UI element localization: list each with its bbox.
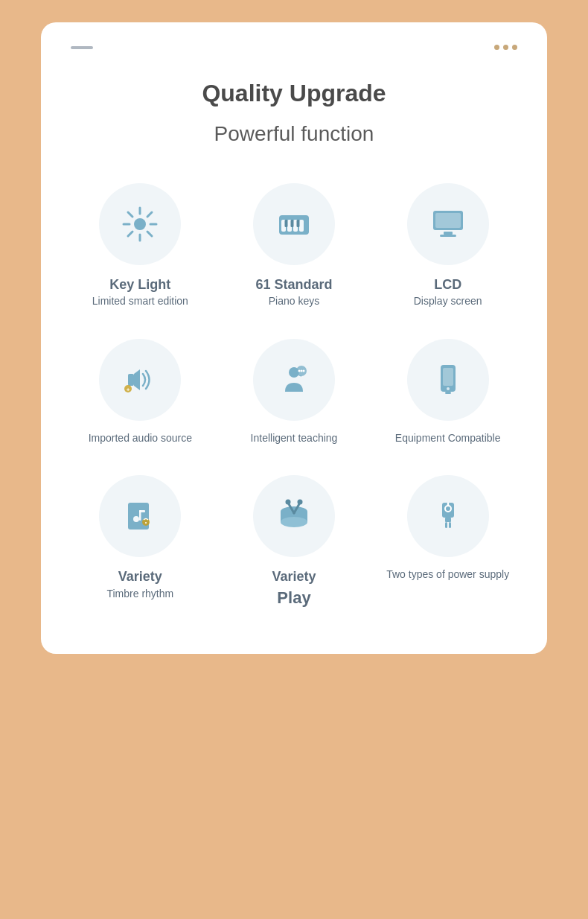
- page-title: Quality Upgrade: [71, 80, 517, 107]
- svg-line-5: [128, 212, 132, 217]
- lcd-label: LCD Display screen: [414, 276, 482, 309]
- phone-icon: [429, 360, 467, 399]
- svg-point-46: [285, 500, 290, 505]
- svg-rect-16: [296, 220, 299, 227]
- sunburst-icon: [121, 205, 159, 244]
- power-label: Two types of power supply: [386, 567, 509, 582]
- timbre-icon-circle: [99, 475, 181, 557]
- svg-point-40: [145, 522, 147, 524]
- svg-rect-50: [445, 522, 447, 528]
- key-light-label: Key Light Limited smart edition: [92, 276, 188, 309]
- piano-keys-label: 61 Standard Piano keys: [255, 276, 332, 309]
- teaching-icon-circle: [253, 339, 335, 421]
- timbre-label: Variety Timbre rhythm: [106, 567, 173, 601]
- lcd-subtitle: Display screen: [414, 294, 482, 309]
- svg-rect-22: [128, 374, 134, 386]
- svg-point-0: [134, 218, 146, 230]
- feature-piano-keys: 61 Standard Piano keys: [225, 183, 364, 309]
- timbre-subtitle: Timbre rhythm: [106, 587, 173, 602]
- svg-rect-18: [435, 213, 461, 228]
- key-light-subtitle: Limited smart edition: [92, 294, 188, 309]
- feature-teaching: Intelligent teaching: [225, 339, 364, 446]
- music-note-icon: [121, 497, 159, 535]
- variety-play-subtitle: Play: [277, 588, 310, 607]
- svg-rect-34: [445, 392, 451, 394]
- dot-3: [512, 45, 517, 50]
- svg-text:+: +: [127, 386, 130, 392]
- dot-2: [503, 45, 508, 50]
- svg-line-6: [147, 232, 152, 236]
- piano-keys-subtitle: Piano keys: [255, 294, 332, 309]
- features-grid: Key Light Limited smart edition: [71, 183, 517, 609]
- monitor-icon: [429, 205, 467, 244]
- power-icon-circle: [407, 475, 489, 557]
- variety-play-icon-circle: [253, 475, 335, 557]
- teaching-subtitle: Intelligent teaching: [251, 431, 338, 446]
- audio-source-subtitle: Imported audio source: [89, 431, 192, 446]
- compatible-subtitle: Equipment Compatible: [395, 431, 501, 446]
- svg-marker-21: [134, 369, 140, 390]
- variety-play-label: Variety Play: [272, 567, 316, 609]
- piano-keys-icon-circle: [253, 183, 335, 265]
- svg-rect-13: [299, 220, 304, 232]
- svg-rect-49: [445, 518, 451, 522]
- svg-point-27: [298, 369, 300, 372]
- feature-lcd: LCD Display screen: [378, 183, 517, 309]
- teaching-icon: [275, 360, 313, 399]
- svg-rect-51: [449, 522, 451, 528]
- svg-rect-15: [290, 220, 293, 227]
- main-card: Quality Upgrade Powerful function: [41, 22, 547, 654]
- feature-compatible: Equipment Compatible: [378, 339, 517, 446]
- piano-icon: [275, 205, 313, 244]
- dots-icon: [494, 45, 517, 50]
- power-subtitle: Two types of power supply: [386, 567, 509, 582]
- feature-timbre: Variety Timbre rhythm: [71, 475, 210, 609]
- svg-rect-38: [139, 510, 145, 512]
- variety-play-title: Variety: [272, 567, 316, 586]
- svg-point-36: [133, 516, 139, 522]
- feature-key-light: Key Light Limited smart edition: [71, 183, 210, 309]
- compatible-label: Equipment Compatible: [395, 431, 501, 446]
- lcd-title: LCD: [414, 276, 482, 294]
- drum-icon: [275, 497, 313, 535]
- minus-icon: [71, 46, 93, 49]
- svg-line-8: [128, 232, 132, 236]
- svg-marker-30: [298, 375, 301, 377]
- timbre-title: Variety: [106, 567, 173, 586]
- page-subtitle: Powerful function: [71, 122, 517, 146]
- feature-audio-source: + Imported audio source: [71, 339, 210, 446]
- key-light-title: Key Light: [92, 276, 188, 294]
- feature-variety-play: Variety Play: [225, 475, 364, 609]
- svg-point-29: [302, 369, 304, 372]
- audio-source-icon-circle: +: [99, 339, 181, 421]
- feature-power: Two types of power supply: [378, 475, 517, 609]
- svg-rect-19: [444, 232, 453, 235]
- key-light-icon-circle: [99, 183, 181, 265]
- svg-line-7: [147, 212, 152, 217]
- piano-keys-title: 61 Standard: [255, 276, 332, 294]
- svg-rect-20: [440, 235, 456, 237]
- svg-point-43: [281, 517, 307, 527]
- svg-point-33: [447, 387, 450, 390]
- speaker-icon: +: [121, 360, 159, 399]
- top-bar: [71, 45, 517, 50]
- audio-source-label: Imported audio source: [89, 431, 192, 446]
- teaching-label: Intelligent teaching: [251, 431, 338, 446]
- power-supply-icon: [429, 497, 467, 535]
- dot-1: [494, 45, 499, 50]
- svg-point-47: [297, 500, 302, 505]
- svg-rect-32: [443, 368, 453, 386]
- lcd-icon-circle: [407, 183, 489, 265]
- svg-point-28: [300, 369, 302, 372]
- compatible-icon-circle: [407, 339, 489, 421]
- svg-rect-14: [284, 220, 287, 227]
